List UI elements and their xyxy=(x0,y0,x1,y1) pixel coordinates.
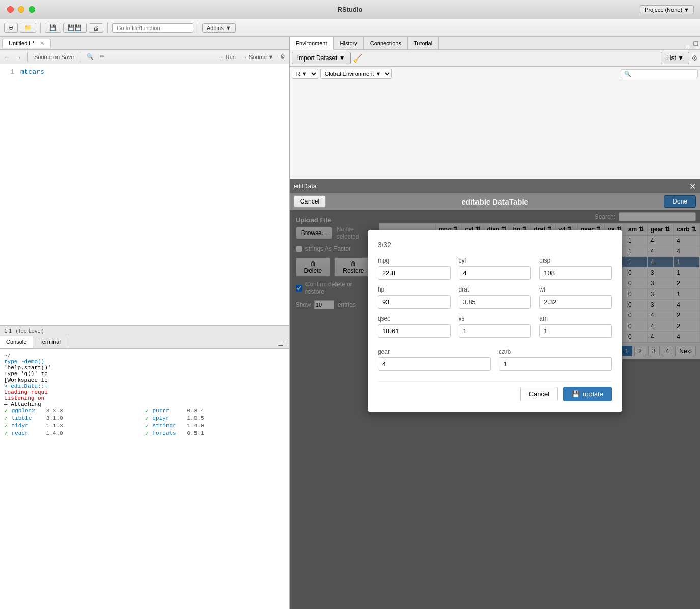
pkg-row-3b: ✓ stringr 1.4.0 xyxy=(145,423,285,429)
tab-connections[interactable]: Connections xyxy=(364,37,408,50)
console-line-6: [Workspace lo xyxy=(4,377,285,383)
undo-button[interactable]: ← xyxy=(2,53,12,61)
pkg-check-readr: ✓ xyxy=(4,430,8,437)
editor-tab-close-icon[interactable]: ✕ xyxy=(40,40,44,47)
addins-button[interactable]: Addins ▼ xyxy=(202,23,236,33)
disp-label: disp xyxy=(539,257,612,264)
pkg-check-purrr: ✓ xyxy=(145,408,149,414)
r-version-select[interactable]: R ▼ xyxy=(292,69,318,79)
vs-input[interactable] xyxy=(459,324,531,338)
code-tools-button[interactable]: ✏ xyxy=(98,52,106,61)
close-button[interactable] xyxy=(7,6,14,13)
env-search-input[interactable] xyxy=(621,69,698,78)
broom-icon[interactable]: 🧹 xyxy=(353,53,363,63)
right-top-panel: Environment History Connections Tutorial… xyxy=(290,37,700,179)
et-sep1 xyxy=(27,52,28,62)
editor-tab-label: Untitled1 * xyxy=(9,40,35,46)
open-file-button[interactable]: 📁 xyxy=(20,23,36,33)
code-area[interactable]: 1 mtcars xyxy=(0,64,289,325)
search-code-button[interactable]: 🔍 xyxy=(85,52,96,61)
console-maximize[interactable]: □ xyxy=(285,338,289,346)
packages-grid: ✓ ggplot2 3.3.3 ✓ purrr 0.3.4 ✓ tibble 3… xyxy=(4,408,285,437)
maximize-button[interactable] xyxy=(29,6,35,13)
go-to-file-input[interactable] xyxy=(112,23,193,33)
pkg-name-purrr: purrr xyxy=(153,408,183,414)
project-button[interactable]: Project: (None) ▼ xyxy=(640,5,694,14)
modal-overlay: 3/32 mpg cyl dis xyxy=(290,210,700,609)
cancel-button[interactable]: Cancel xyxy=(294,195,326,208)
right-minimize[interactable]: _ xyxy=(688,39,692,47)
cursor-position: 1:1 xyxy=(4,328,12,334)
cyl-input[interactable] xyxy=(459,266,531,280)
modal-field-wt: wt xyxy=(539,286,612,309)
pkg-row-1b: ✓ purrr 0.3.4 xyxy=(145,408,285,414)
tab-history[interactable]: History xyxy=(334,37,364,50)
console-minimize[interactable]: _ xyxy=(278,338,283,346)
qsec-input[interactable] xyxy=(378,324,451,338)
gear-input[interactable] xyxy=(378,357,491,371)
import-dataset-button[interactable]: Import Dataset ▼ xyxy=(292,52,351,64)
editor-tab-untitled1[interactable]: Untitled1 * ✕ xyxy=(2,39,51,48)
pkg-name-ggplot2: ggplot2 xyxy=(12,408,42,414)
pkg-check-tibble: ✓ xyxy=(4,415,8,422)
editor-status-bar: 1:1 (Top Level) xyxy=(0,325,289,336)
pkg-ver-forcats: 0.5.1 xyxy=(187,430,204,437)
console-area[interactable]: ~/ type ~demo() 'help.start()' Type 'q()… xyxy=(0,349,289,610)
pkg-ver-ggplot2: 3.3.3 xyxy=(46,408,63,414)
am-input[interactable] xyxy=(539,324,612,338)
minimize-button[interactable] xyxy=(18,6,24,13)
pkg-row-2: ✓ tibble 3.1.0 xyxy=(4,415,144,422)
print-button[interactable]: 🖨 xyxy=(89,23,103,33)
save-button[interactable]: 💾 xyxy=(45,23,61,33)
code-content[interactable]: mtcars xyxy=(20,68,44,321)
console-line-3: 'help.start()' xyxy=(4,365,285,371)
main-toolbar: ⊕ 📁 💾 💾💾 🖨 Addins ▼ xyxy=(0,19,700,37)
source-button[interactable]: → Source ▼ xyxy=(240,53,276,61)
right-maximize[interactable]: □ xyxy=(694,39,698,47)
carb-label: carb xyxy=(499,348,612,355)
console-tab-label: Console xyxy=(6,339,26,345)
redo-button[interactable]: → xyxy=(14,53,23,61)
editor-tabs: Untitled1 * ✕ xyxy=(0,37,289,50)
drat-input[interactable] xyxy=(459,295,531,309)
editor-options-button[interactable]: ⚙ xyxy=(278,52,287,61)
modal-update-button[interactable]: 💾 update xyxy=(563,387,612,401)
done-button[interactable]: Done xyxy=(664,195,696,208)
source-on-save-btn[interactable]: Source on Save xyxy=(32,53,76,61)
tab-tutorial[interactable]: Tutorial xyxy=(408,37,439,50)
terminal-tab[interactable]: Terminal xyxy=(33,336,67,348)
env-toolbar: Import Dataset ▼ 🧹 List ▼ ⚙ xyxy=(290,50,700,67)
pkg-ver-stringr: 1.4.0 xyxy=(187,423,204,429)
pkg-check-stringr: ✓ xyxy=(145,423,149,429)
env-settings-icon[interactable]: ⚙ xyxy=(691,54,698,62)
pkg-check-tidyr: ✓ xyxy=(4,423,8,429)
carb-input[interactable] xyxy=(499,357,612,371)
modal-field-cyl: cyl xyxy=(459,257,531,280)
pkg-row-3: ✓ tidyr 1.1.3 xyxy=(4,423,144,429)
editor-panel: Untitled1 * ✕ ← → Source on Save 🔍 ✏ → R… xyxy=(0,37,290,609)
hp-input[interactable] xyxy=(378,295,451,309)
edit-data-close-button[interactable]: ✕ xyxy=(689,182,696,191)
right-panel-tabs: Environment History Connections Tutorial… xyxy=(290,37,700,50)
tab-environment[interactable]: Environment xyxy=(290,37,334,50)
modal-field-qsec: qsec xyxy=(378,315,451,338)
wt-input[interactable] xyxy=(539,295,612,309)
pkg-row-1: ✓ ggplot2 3.3.3 xyxy=(4,408,144,414)
console-tab[interactable]: Console xyxy=(0,336,33,348)
mpg-input[interactable] xyxy=(378,266,451,280)
pkg-ver-purrr: 0.3.4 xyxy=(187,408,204,414)
run-button[interactable]: → Run xyxy=(216,53,238,61)
console-listening-line: Listening on xyxy=(4,395,285,401)
pkg-row-4: ✓ readr 1.4.0 xyxy=(4,430,144,437)
modal-cancel-button[interactable]: Cancel xyxy=(520,387,558,401)
new-file-button[interactable]: ⊕ xyxy=(4,23,18,33)
modal-field-vs: vs xyxy=(459,315,531,338)
list-button[interactable]: List ▼ xyxy=(661,52,689,64)
edit-data-header: editData ✕ xyxy=(290,179,700,193)
disp-input[interactable] xyxy=(539,266,612,280)
save-all-button[interactable]: 💾💾 xyxy=(63,23,87,33)
global-env-select[interactable]: Global Environment ▼ xyxy=(320,69,392,79)
qsec-label: qsec xyxy=(378,315,451,322)
main-layout: Untitled1 * ✕ ← → Source on Save 🔍 ✏ → R… xyxy=(0,37,700,609)
pkg-name-stringr: stringr xyxy=(153,423,183,429)
